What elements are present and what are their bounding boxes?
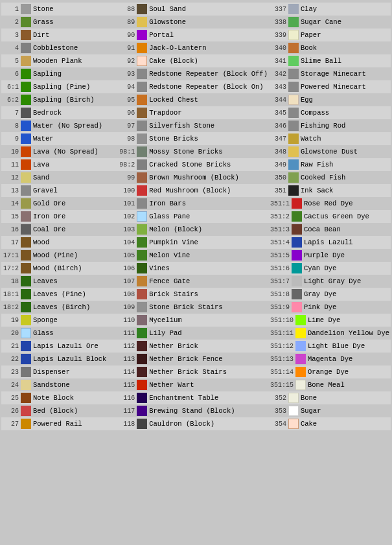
list-item[interactable]: 339Paper bbox=[269, 29, 391, 41]
list-item[interactable]: 5Wooden Plank bbox=[1, 54, 117, 67]
list-item[interactable]: 106Vines bbox=[117, 262, 269, 275]
list-item[interactable]: 102Glass Pane bbox=[117, 210, 269, 223]
list-item[interactable]: 115Nether Wart bbox=[117, 378, 269, 391]
list-item[interactable]: 351:11Dandelion Yellow Dye bbox=[269, 327, 391, 340]
list-item[interactable]: 350Cooked Fish bbox=[269, 171, 391, 184]
list-item[interactable]: 342Storage Minecart bbox=[269, 67, 391, 80]
list-item[interactable]: 93Redstone Repeater (Block Off) bbox=[117, 67, 269, 80]
list-item[interactable]: 7Bedrock bbox=[1, 106, 117, 119]
list-item[interactable]: 22Lapis Lazuli Block bbox=[1, 353, 117, 365]
list-item[interactable]: 98:2Cracked Stone Bricks bbox=[117, 158, 269, 171]
list-item[interactable]: 25Note Block bbox=[1, 391, 117, 404]
list-item[interactable]: 24Sandstone bbox=[1, 378, 117, 391]
list-item[interactable]: 351:8Gray Dye bbox=[269, 288, 391, 301]
list-item[interactable]: 351:10Lime Dye bbox=[269, 314, 391, 327]
list-item[interactable]: 91Jack-O-Lantern bbox=[117, 41, 269, 54]
list-item[interactable]: 118Cauldron (Block) bbox=[117, 417, 269, 430]
list-item[interactable]: 11Lava bbox=[1, 158, 117, 171]
list-item[interactable]: 351:12Light Blue Dye bbox=[269, 340, 391, 353]
list-item[interactable]: 110Mycelium bbox=[117, 314, 269, 327]
list-item[interactable]: 351:5Purple Dye bbox=[269, 249, 391, 262]
list-item[interactable]: 100Red Mushroom (Block) bbox=[117, 184, 269, 197]
list-item[interactable]: 338Sugar Cane bbox=[269, 16, 391, 29]
list-item[interactable]: 15Iron Ore bbox=[1, 210, 117, 223]
list-item[interactable]: 352Bone bbox=[269, 391, 391, 404]
list-item[interactable]: 337Clay bbox=[269, 3, 391, 16]
list-item[interactable]: 347Watch bbox=[269, 132, 391, 145]
list-item[interactable]: 16Coal Ore bbox=[1, 223, 117, 236]
list-item[interactable]: 345Compass bbox=[269, 106, 391, 119]
list-item[interactable]: 111Lily Pad bbox=[117, 327, 269, 340]
list-item[interactable]: 108Brick Stairs bbox=[117, 288, 269, 301]
list-item[interactable]: 26Bed (Block) bbox=[1, 404, 117, 417]
list-item[interactable]: 94Redstone Repeater (Block On) bbox=[117, 80, 269, 93]
list-item[interactable]: 351:2Cactus Green Dye bbox=[269, 210, 391, 223]
list-item[interactable]: 354Cake bbox=[269, 417, 391, 430]
list-item[interactable]: 9Water bbox=[1, 132, 117, 145]
list-item[interactable]: 2Grass bbox=[1, 16, 117, 29]
list-item[interactable]: 23Dispenser bbox=[1, 365, 117, 378]
list-item[interactable]: 6:1Sapling (Pine) bbox=[1, 80, 117, 93]
list-item[interactable]: 97Silverfish Stone bbox=[117, 119, 269, 132]
list-item[interactable]: 103Melon (Block) bbox=[117, 223, 269, 236]
list-item[interactable]: 14Gold Ore bbox=[1, 197, 117, 210]
list-item[interactable]: 18Leaves bbox=[1, 275, 117, 288]
list-item[interactable]: 105Melon Vine bbox=[117, 249, 269, 262]
list-item[interactable]: 96Trapdoor bbox=[117, 106, 269, 119]
list-item[interactable]: 6:2Sapling (Birch) bbox=[1, 93, 117, 106]
list-item[interactable]: 107Fence Gate bbox=[117, 275, 269, 288]
list-item[interactable]: 19Sponge bbox=[1, 314, 117, 327]
list-item[interactable]: 351:1Rose Red Dye bbox=[269, 197, 391, 210]
list-item[interactable]: 3Dirt bbox=[1, 29, 117, 41]
list-item[interactable]: 17:1Wood (Pine) bbox=[1, 249, 117, 262]
list-item[interactable]: 92Cake (Block) bbox=[117, 54, 269, 67]
list-item[interactable]: 117Brewing Stand (Block) bbox=[117, 404, 269, 417]
list-item[interactable]: 351:7Light Gray Dye bbox=[269, 275, 391, 288]
list-item[interactable]: 98:1Mossy Stone Bricks bbox=[117, 145, 269, 158]
list-item[interactable]: 17:2Wood (Birch) bbox=[1, 262, 117, 275]
list-item[interactable]: 21Lapis Lazuli Ore bbox=[1, 340, 117, 353]
list-item[interactable]: 18:2Leaves (Birch) bbox=[1, 301, 117, 314]
list-item[interactable]: 8Water (No Spread) bbox=[1, 119, 117, 132]
list-item[interactable]: 101Iron Bars bbox=[117, 197, 269, 210]
list-item[interactable]: 351:14Orange Dye bbox=[269, 365, 391, 378]
list-item[interactable]: 340Book bbox=[269, 41, 391, 54]
list-item[interactable]: 351:3Coca Bean bbox=[269, 223, 391, 236]
list-item[interactable]: 99Brown Mushroom (Block) bbox=[117, 171, 269, 184]
list-item[interactable]: 351:13Magenta Dye bbox=[269, 353, 391, 365]
list-item[interactable]: 6Sapling bbox=[1, 67, 117, 80]
list-item[interactable]: 344Egg bbox=[269, 93, 391, 106]
list-item[interactable]: 89Glowstone bbox=[117, 16, 269, 29]
list-item[interactable]: 343Powered Minecart bbox=[269, 80, 391, 93]
list-item[interactable]: 1Stone bbox=[1, 3, 117, 16]
list-item[interactable]: 90Portal bbox=[117, 29, 269, 41]
list-item[interactable]: 353Sugar bbox=[269, 404, 391, 417]
list-item[interactable]: 112Nether Brick bbox=[117, 340, 269, 353]
list-item[interactable]: 114Nether Brick Stairs bbox=[117, 365, 269, 378]
list-item[interactable]: 13Gravel bbox=[1, 184, 117, 197]
list-item[interactable]: 17Wood bbox=[1, 236, 117, 249]
list-item[interactable]: 351:9Pink Dye bbox=[269, 301, 391, 314]
list-item[interactable]: 349Raw Fish bbox=[269, 158, 391, 171]
list-item[interactable]: 98Stone Bricks bbox=[117, 132, 269, 145]
list-item[interactable]: 341Slime Ball bbox=[269, 54, 391, 67]
list-item[interactable]: 88Soul Sand bbox=[117, 3, 269, 16]
list-item[interactable]: 346Fishing Rod bbox=[269, 119, 391, 132]
list-item[interactable]: 113Nether Brick Fence bbox=[117, 353, 269, 365]
list-item[interactable]: 20Glass bbox=[1, 327, 117, 340]
list-item[interactable]: 351:15Bone Meal bbox=[269, 378, 391, 391]
list-item[interactable]: 10Lava (No Spread) bbox=[1, 145, 117, 158]
list-item[interactable]: 12Sand bbox=[1, 171, 117, 184]
item-id: 95 bbox=[119, 97, 137, 104]
list-item[interactable]: 4Cobblestone bbox=[1, 41, 117, 54]
list-item[interactable]: 27Powered Rail bbox=[1, 417, 117, 430]
list-item[interactable]: 351:6Cyan Dye bbox=[269, 262, 391, 275]
list-item[interactable]: 95Locked Chest bbox=[117, 93, 269, 106]
list-item[interactable]: 348Glowstone Dust bbox=[269, 145, 391, 158]
list-item[interactable]: 104Pumpkin Vine bbox=[117, 236, 269, 249]
list-item[interactable]: 109Stone Brick Stairs bbox=[117, 301, 269, 314]
list-item[interactable]: 351:4Lapis Lazuli bbox=[269, 236, 391, 249]
list-item[interactable]: 116Enchantment Table bbox=[117, 391, 269, 404]
list-item[interactable]: 18:1Leaves (Pine) bbox=[1, 288, 117, 301]
list-item[interactable]: 351Ink Sack bbox=[269, 184, 391, 197]
